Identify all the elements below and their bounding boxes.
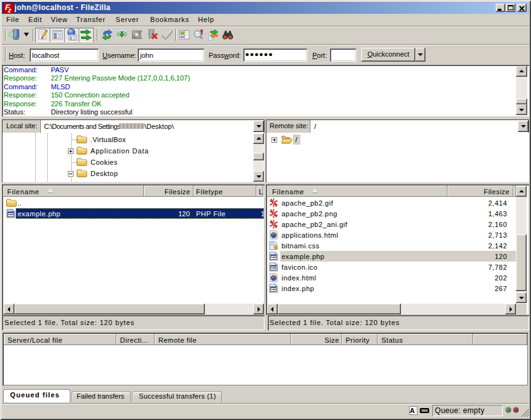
svg-text:z: z: [8, 6, 12, 14]
svg-text:A: A: [410, 407, 415, 414]
